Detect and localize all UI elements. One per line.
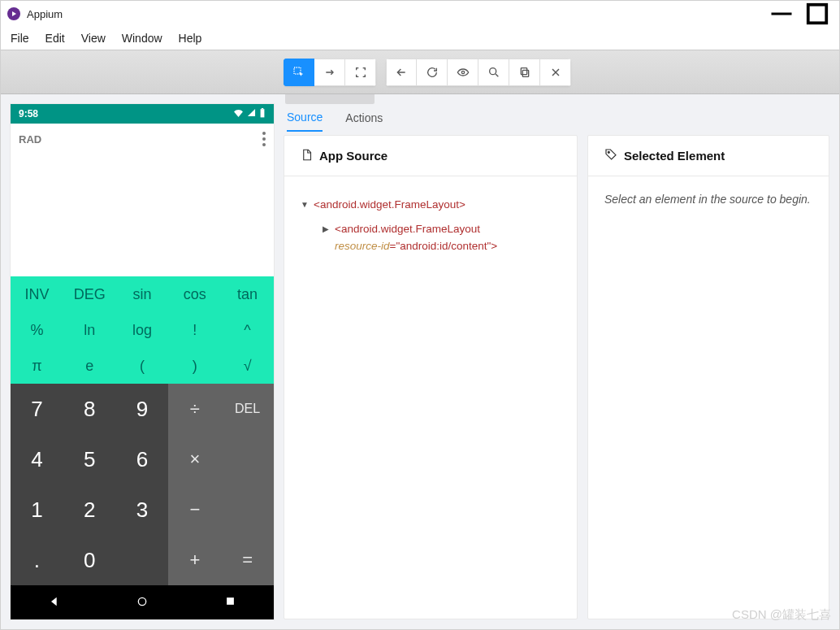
window-title: Appium xyxy=(27,8,63,20)
copy-xml-button[interactable] xyxy=(509,59,540,86)
e-key[interactable]: e xyxy=(63,348,116,384)
menu-help[interactable]: Help xyxy=(175,30,206,46)
nav-recent-icon[interactable] xyxy=(224,595,236,610)
app-source-title: App Source xyxy=(319,149,388,163)
tab-source[interactable]: Source xyxy=(287,104,323,132)
svg-rect-1 xyxy=(808,5,827,24)
nav-home-icon[interactable] xyxy=(136,595,149,610)
plus-key[interactable]: + xyxy=(168,535,221,585)
tan-key[interactable]: tan xyxy=(221,276,274,312)
select-elements-button[interactable] xyxy=(284,59,314,86)
tree-child-close: > xyxy=(491,240,497,252)
tree-node-root[interactable]: ▼ <android.widget.FrameLayout> xyxy=(301,193,561,217)
device-screenshot[interactable]: 9:58 RAD xyxy=(11,104,274,619)
decimal-key[interactable]: . xyxy=(11,535,63,585)
window-maximize-button[interactable] xyxy=(805,4,829,24)
log-key[interactable]: log xyxy=(116,312,169,348)
digit-7[interactable]: 7 xyxy=(11,384,63,434)
menu-window[interactable]: Window xyxy=(119,30,166,46)
signal-icon xyxy=(247,108,256,119)
del-key[interactable]: DEL xyxy=(221,384,274,434)
calc-numpad: 7 8 9 4 5 6 1 2 3 . 0 xyxy=(11,384,168,585)
svg-point-16 xyxy=(608,151,609,153)
svg-rect-13 xyxy=(262,108,263,109)
more-options-icon[interactable] xyxy=(262,132,266,146)
digit-3[interactable]: 3 xyxy=(116,484,169,535)
app-source-card: App Source ▼ <android.widget.FrameLayout… xyxy=(284,135,578,619)
svg-point-14 xyxy=(139,597,146,605)
svg-rect-12 xyxy=(261,109,265,117)
calc-mode-label: RAD xyxy=(19,133,41,146)
tree-root-tag: <android.widget.FrameLayout> xyxy=(314,196,465,214)
factorial-key[interactable]: ! xyxy=(168,312,221,348)
menu-file[interactable]: File xyxy=(7,30,32,46)
deg-key[interactable]: DEG xyxy=(63,276,116,312)
digit-6[interactable]: 6 xyxy=(116,434,169,484)
window-minimize-button[interactable] xyxy=(769,4,794,24)
swipe-button[interactable] xyxy=(314,59,345,86)
digit-5[interactable]: 5 xyxy=(63,434,116,484)
selected-element-card: Selected Element Select an element in th… xyxy=(587,135,829,619)
cos-key[interactable]: cos xyxy=(168,276,221,312)
equals-key[interactable]: = xyxy=(221,535,274,585)
calc-function-pad: INV DEG sin cos tan % ln log ! ^ π xyxy=(11,276,274,384)
inv-key[interactable]: INV xyxy=(11,276,63,312)
digit-9[interactable]: 9 xyxy=(116,384,169,434)
file-icon xyxy=(301,149,313,163)
caret-down-icon[interactable]: ▼ xyxy=(301,198,309,211)
tree-node-child[interactable]: ▶ <android.widget.FrameLayout resource-i… xyxy=(301,217,561,259)
search-button[interactable] xyxy=(478,59,509,86)
multiply-key[interactable]: × xyxy=(168,434,221,484)
refresh-button[interactable] xyxy=(417,59,448,86)
svg-line-7 xyxy=(496,74,498,76)
op-blank-1 xyxy=(221,434,274,484)
svg-point-6 xyxy=(489,67,496,74)
digit-1[interactable]: 1 xyxy=(11,484,63,535)
calc-display xyxy=(11,154,274,276)
sin-key[interactable]: sin xyxy=(116,276,169,312)
overlay-box xyxy=(285,94,375,104)
selected-element-title: Selected Element xyxy=(624,149,725,163)
toggle-recording-button[interactable] xyxy=(448,59,478,86)
pi-key[interactable]: π xyxy=(11,348,63,384)
tap-coords-button[interactable] xyxy=(345,59,376,86)
tree-child-open: <android.widget.FrameLayout xyxy=(335,223,480,235)
lparen-key[interactable]: ( xyxy=(116,348,169,384)
battery-icon xyxy=(259,108,266,120)
digit-8[interactable]: 8 xyxy=(63,384,116,434)
tab-actions[interactable]: Actions xyxy=(345,105,383,131)
wifi-icon xyxy=(233,108,244,119)
app-logo-icon xyxy=(7,7,20,20)
toolbar xyxy=(1,50,839,94)
digit-0[interactable]: 0 xyxy=(63,535,116,585)
tag-icon xyxy=(604,148,617,163)
nav-back-icon[interactable] xyxy=(48,595,61,610)
inspector-tabs: Source Actions xyxy=(284,94,578,135)
menubar: File Edit View Window Help xyxy=(1,27,839,50)
menu-view[interactable]: View xyxy=(78,30,109,46)
minus-key[interactable]: − xyxy=(168,484,221,535)
calc-oppad: ÷ DEL × − + = xyxy=(168,384,274,585)
digit-4[interactable]: 4 xyxy=(11,434,63,484)
android-navbar xyxy=(11,585,274,619)
menu-edit[interactable]: Edit xyxy=(42,30,68,46)
svg-rect-8 xyxy=(522,70,528,76)
percent-key[interactable]: % xyxy=(11,312,63,348)
sqrt-key[interactable]: √ xyxy=(221,348,274,384)
quit-session-button[interactable] xyxy=(540,59,571,86)
rparen-key[interactable]: ) xyxy=(168,348,221,384)
status-time: 9:58 xyxy=(19,108,38,119)
titlebar: Appium xyxy=(1,1,839,27)
svg-point-5 xyxy=(461,71,464,73)
back-button[interactable] xyxy=(386,59,417,86)
tree-child-attrval: "android:id/content" xyxy=(396,240,491,252)
ln-key[interactable]: ln xyxy=(63,312,116,348)
divide-key[interactable]: ÷ xyxy=(168,384,221,434)
digit-2[interactable]: 2 xyxy=(63,484,116,535)
selected-element-hint: Select an element in the source to begin… xyxy=(604,193,811,206)
op-blank-2 xyxy=(221,484,274,535)
power-key[interactable]: ^ xyxy=(221,312,274,348)
tree-child-attrname: resource-id xyxy=(335,240,390,252)
svg-rect-9 xyxy=(521,67,526,74)
caret-right-icon[interactable]: ▶ xyxy=(322,223,330,236)
